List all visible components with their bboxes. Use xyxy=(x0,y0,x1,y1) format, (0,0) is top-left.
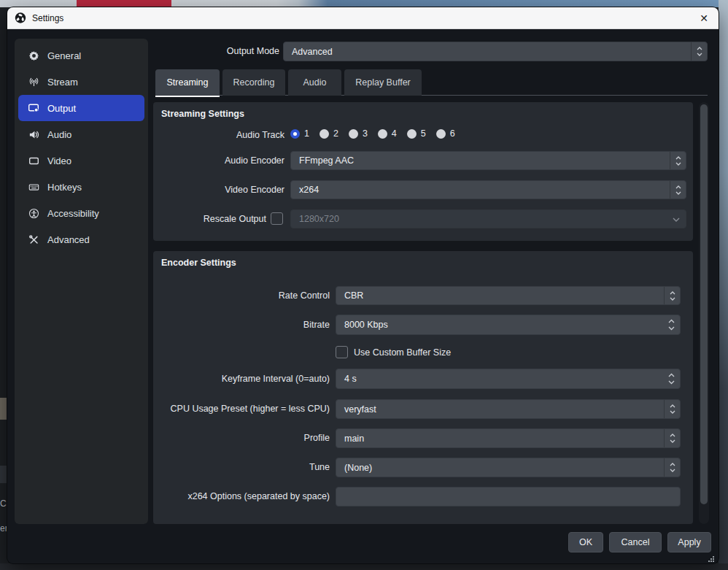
sidebar-item-label: Output xyxy=(47,103,76,114)
tab-recording[interactable]: Recording xyxy=(222,69,285,96)
tab-streaming[interactable]: Streaming xyxy=(155,69,220,96)
chevron-up-icon xyxy=(697,47,702,50)
desktop-bottom-strip xyxy=(0,563,728,570)
audio-track-option-5[interactable]: 5 xyxy=(407,128,426,139)
chevron-up-icon xyxy=(670,404,675,408)
cpu-usage-preset-label: CPU Usage Preset (higher = less CPU) xyxy=(153,404,330,414)
audio-track-radio-group: 1 2 3 4 5 6 xyxy=(290,128,455,139)
radio-icon[interactable] xyxy=(320,129,329,139)
obs-logo-icon xyxy=(15,12,26,24)
audio-track-option-1[interactable]: 1 xyxy=(290,128,309,139)
combo-spinner-icons[interactable] xyxy=(670,152,686,169)
cancel-button[interactable]: Cancel xyxy=(609,532,662,552)
profile-select[interactable]: main xyxy=(336,428,681,448)
rescale-resolution-select: 1280x720 xyxy=(290,209,686,228)
sidebar-item-label: Advanced xyxy=(47,234,90,245)
chevron-down-icon xyxy=(670,410,675,414)
sidebar-item-stream[interactable]: Stream xyxy=(18,69,144,95)
cpu-usage-preset-select[interactable]: veryfast xyxy=(336,399,681,419)
sidebar-item-general[interactable]: General xyxy=(18,42,144,69)
video-encoder-select[interactable]: x264 xyxy=(290,180,686,199)
encoder-settings-group: Encoder Settings Rate Control CBR Bitrat… xyxy=(153,251,693,524)
combo-spinner-icons[interactable] xyxy=(664,400,680,418)
audio-encoder-label: Audio Encoder xyxy=(153,155,284,166)
use-custom-buffer-checkbox[interactable] xyxy=(336,346,348,358)
chevron-down-icon xyxy=(670,439,675,443)
bitrate-value: 8000 Kbps xyxy=(344,320,388,330)
chevron-down-icon xyxy=(675,162,681,166)
spinbox-arrows[interactable] xyxy=(662,315,680,334)
audio-track-option-2[interactable]: 2 xyxy=(320,128,338,139)
combo-spinner-icons[interactable] xyxy=(664,458,680,477)
settings-body: General Stream xyxy=(7,29,719,563)
audio-track-option-3[interactable]: 3 xyxy=(349,128,368,139)
keyframe-interval-value: 4 s xyxy=(344,374,357,384)
combo-spinner-icons[interactable] xyxy=(670,181,686,199)
chevron-down-icon xyxy=(668,380,675,385)
tune-select[interactable]: (None) xyxy=(336,458,681,477)
radio-label: 4 xyxy=(392,128,397,139)
audio-track-option-6[interactable]: 6 xyxy=(436,128,455,139)
audio-encoder-select[interactable]: FFmpeg AAC xyxy=(290,151,686,170)
scrollbar-thumb[interactable] xyxy=(700,104,708,504)
radio-icon[interactable] xyxy=(349,129,358,139)
sidebar-item-video[interactable]: Video xyxy=(18,147,144,174)
bitrate-spinbox[interactable]: 8000 Kbps xyxy=(336,315,681,335)
display-icon xyxy=(28,155,39,166)
rescale-output-checkbox[interactable] xyxy=(271,212,283,225)
background-photo-fragment xyxy=(0,398,7,420)
radio-selected-icon[interactable] xyxy=(290,129,300,139)
titlebar[interactable]: Settings ✕ xyxy=(7,7,719,29)
chevron-down-icon xyxy=(673,217,680,222)
keyframe-interval-spinbox[interactable]: 4 s xyxy=(336,369,681,389)
combo-spinner-icons[interactable] xyxy=(664,429,680,447)
desktop-right-strip xyxy=(719,0,728,570)
radio-icon[interactable] xyxy=(378,129,387,139)
sidebar-item-advanced[interactable]: Advanced xyxy=(18,226,144,253)
chevron-up-icon xyxy=(670,463,675,466)
vertical-scrollbar[interactable] xyxy=(699,102,709,524)
sidebar-item-label: Hotkeys xyxy=(47,182,82,193)
background-panel-fragment xyxy=(0,466,7,483)
combo-spinner-icons[interactable] xyxy=(664,287,680,304)
chevron-down-icon xyxy=(670,469,675,472)
chevron-up-icon xyxy=(675,185,681,189)
sidebar-item-label: General xyxy=(47,50,81,61)
spinbox-arrows[interactable] xyxy=(662,369,680,388)
audio-track-option-4[interactable]: 4 xyxy=(378,128,397,139)
resize-grip-icon[interactable] xyxy=(708,555,715,563)
tune-label: Tune xyxy=(153,462,330,472)
sidebar-item-audio[interactable]: Audio xyxy=(18,121,144,147)
video-encoder-label: Video Encoder xyxy=(153,185,284,195)
sidebar-item-output[interactable]: Output xyxy=(18,95,144,121)
radio-icon[interactable] xyxy=(407,129,417,139)
tab-audio[interactable]: Audio xyxy=(288,69,341,96)
streaming-settings-group: Streaming Settings Audio Track 1 2 3 4 5… xyxy=(153,102,693,241)
combo-spinner-icons[interactable] xyxy=(691,42,707,61)
radio-icon[interactable] xyxy=(436,129,446,139)
radio-label: 2 xyxy=(333,128,338,139)
x264-options-input[interactable] xyxy=(344,492,672,502)
video-encoder-value: x264 xyxy=(299,185,319,195)
sidebar-item-accessibility[interactable]: Accessibility xyxy=(18,200,144,226)
sidebar-item-hotkeys[interactable]: Hotkeys xyxy=(18,174,144,200)
keyboard-icon xyxy=(28,181,39,193)
rate-control-select[interactable]: CBR xyxy=(336,286,681,305)
chevron-up-icon xyxy=(670,434,675,437)
chevron-up-icon xyxy=(675,156,681,160)
speaker-icon xyxy=(28,128,39,140)
tune-value: (None) xyxy=(344,463,372,473)
output-screen-icon xyxy=(28,102,39,114)
bitrate-label: Bitrate xyxy=(153,320,330,330)
chevron-up-icon xyxy=(670,291,675,295)
radio-label: 6 xyxy=(450,128,455,139)
tab-replay-buffer[interactable]: Replay Buffer xyxy=(344,69,422,96)
radio-label: 5 xyxy=(421,128,426,139)
chevron-down-icon xyxy=(675,191,681,195)
rescale-resolution-value: 1280x720 xyxy=(299,214,339,224)
close-button[interactable]: ✕ xyxy=(689,7,719,29)
person-circle-icon xyxy=(28,207,39,219)
output-mode-select[interactable]: Advanced xyxy=(283,42,708,61)
apply-button[interactable]: Apply xyxy=(667,532,711,552)
ok-button[interactable]: OK xyxy=(568,532,603,552)
